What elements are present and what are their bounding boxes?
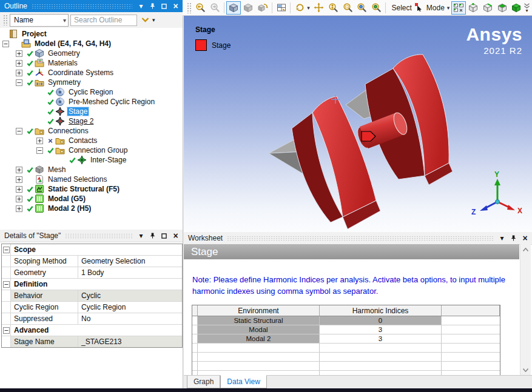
harmonic-index-cell[interactable]: 3: [320, 334, 442, 343]
expand-search-chevron-icon[interactable]: [141, 17, 150, 23]
tree-item-geometry[interactable]: Geometry: [0, 48, 183, 58]
worksheet-title-bar[interactable]: Worksheet ▾ ×: [184, 232, 532, 245]
orientation-triad[interactable]: Y X Z: [471, 170, 522, 216]
property-value[interactable]: No: [78, 313, 182, 324]
property-value[interactable]: Cyclic: [78, 290, 182, 301]
pan-button[interactable]: [312, 1, 326, 15]
tab-data-view[interactable]: Data View: [220, 375, 266, 388]
tree-item-mesh[interactable]: Mesh: [0, 165, 183, 174]
zoom-button[interactable]: [326, 1, 340, 15]
split-viewport-button[interactable]: [274, 1, 289, 15]
tree-item-stage[interactable]: Stage: [0, 107, 183, 116]
rotate-options-caret-icon[interactable]: ▾: [307, 5, 312, 11]
tab-graph[interactable]: Graph: [187, 376, 220, 388]
collapse-icon[interactable]: [2, 41, 9, 47]
expand-icon[interactable]: [36, 138, 43, 144]
close-icon[interactable]: ×: [520, 234, 530, 242]
brand-version: 2021 R2: [466, 45, 522, 56]
box-zoom-button[interactable]: [340, 1, 355, 15]
zoom-to-fit-button[interactable]: [355, 1, 369, 15]
selection-filter-multi-button[interactable]: [451, 1, 466, 15]
tree-item-cyclic-region[interactable]: Cyclic Region: [0, 87, 183, 97]
zoom-to-selection-button[interactable]: [369, 1, 384, 15]
vertex-filter-button[interactable]: [466, 1, 480, 15]
tree-item-connection-group[interactable]: Connection Group: [0, 145, 183, 155]
body-filter-button[interactable]: [509, 1, 524, 15]
iso-view-button[interactable]: [226, 1, 241, 15]
collapse-icon[interactable]: [2, 279, 11, 290]
harmonic-index-cell[interactable]: 0: [320, 316, 442, 325]
details-title-bar[interactable]: Details of "Stage" ▾ ×: [0, 230, 183, 242]
search-options-caret-icon[interactable]: ▾: [152, 17, 155, 23]
tree-item-stage-2[interactable]: Stage 2: [0, 116, 183, 126]
tree-item-symmetry[interactable]: Symmetry: [0, 78, 183, 87]
pin-icon[interactable]: [509, 234, 518, 242]
property-value[interactable]: Cyclic Region: [78, 302, 182, 313]
expand-icon[interactable]: [16, 60, 22, 67]
property-value[interactable]: Geometry Selection: [78, 256, 182, 267]
expand-icon[interactable]: [16, 205, 22, 212]
face-filter-button[interactable]: [495, 1, 510, 15]
property-value[interactable]: 1 Body: [78, 267, 182, 278]
scroll-up-icon[interactable]: [520, 244, 531, 254]
tree-item-inter-stage[interactable]: Inter-Stage: [0, 155, 183, 165]
tree-item-materials[interactable]: Materials: [0, 58, 183, 68]
worksheet-panel: Worksheet ▾ × Stage Note: Please define …: [184, 232, 532, 388]
collapse-icon[interactable]: [2, 325, 11, 336]
graphics-viewport[interactable]: Y X Z Stage Stage Ansys 2021 R2: [184, 16, 532, 232]
mode-caret-icon[interactable]: ▾: [447, 5, 452, 11]
harmonic-index-cell[interactable]: [320, 344, 442, 352]
property-label: Scoping Method: [11, 256, 78, 267]
pin-icon[interactable]: [148, 231, 157, 240]
harmonic-index-cell[interactable]: [320, 353, 442, 361]
tree-item-coordinate-systems[interactable]: Coordinate Systems: [0, 68, 183, 78]
property-value[interactable]: _STAGE213: [78, 336, 182, 347]
tree-item-pre-meshed-cyclic-region[interactable]: Pre-Meshed Cyclic Region: [0, 97, 183, 107]
tree-item-model-e4-f4-g4-h4[interactable]: Model (E4, F4, G4, H4): [0, 39, 183, 48]
zoom-back-button[interactable]: [194, 1, 208, 15]
zoom-forward-button[interactable]: [208, 1, 223, 15]
maximize-icon[interactable]: [160, 231, 169, 240]
collapse-icon[interactable]: [16, 128, 22, 135]
scroll-down-icon[interactable]: [520, 365, 531, 375]
collapse-icon[interactable]: [16, 79, 22, 86]
collapse-icon[interactable]: [2, 244, 11, 255]
expand-icon[interactable]: [16, 50, 22, 57]
edge-filter-button[interactable]: [480, 1, 495, 15]
tree-item-label: Materials: [47, 59, 79, 67]
tree-item-label: Symmetry: [47, 78, 82, 87]
close-icon[interactable]: ×: [171, 231, 180, 240]
expand-icon[interactable]: [16, 186, 22, 193]
name-filter-dropdown[interactable]: Name ▾: [10, 14, 69, 27]
geometry-icon: [35, 48, 44, 58]
tree-item-modal-g5[interactable]: Modal (G5): [0, 194, 183, 204]
worksheet-scrollbar[interactable]: [520, 244, 531, 375]
expand-icon[interactable]: [16, 70, 22, 76]
maximize-icon[interactable]: [160, 2, 169, 10]
rotate-cube-view-button[interactable]: [255, 1, 270, 15]
rotate-button[interactable]: [292, 1, 307, 15]
harmonic-index-cell[interactable]: 3: [320, 325, 442, 334]
harmonic-index-cell[interactable]: [320, 362, 442, 370]
panel-menu-icon[interactable]: ▾: [136, 231, 146, 240]
expand-icon[interactable]: [16, 167, 22, 173]
tree-item-named-selections[interactable]: Named Selections: [0, 174, 183, 184]
close-icon[interactable]: ×: [171, 2, 180, 10]
tree-item-project[interactable]: Project: [0, 29, 183, 39]
tree-item-static-structural-f5[interactable]: Static Structural (F5): [0, 184, 183, 194]
shaded-cube-view-button[interactable]: [241, 1, 255, 15]
tree-item-connections[interactable]: Connections: [0, 126, 183, 136]
expand-icon[interactable]: [16, 176, 22, 183]
collapse-icon[interactable]: [36, 147, 43, 154]
toolbar-overflow-button[interactable]: ▾: [524, 1, 530, 15]
pin-icon[interactable]: [148, 2, 157, 10]
outline-title-bar[interactable]: Outline ▾ ×: [0, 0, 183, 12]
tree-item-contacts[interactable]: Contacts: [0, 136, 183, 145]
panel-menu-icon[interactable]: ▾: [136, 2, 146, 10]
search-outline-input[interactable]: [70, 15, 137, 26]
toolbar-drag-handle[interactable]: [3, 15, 7, 25]
expand-icon[interactable]: [16, 196, 22, 202]
panel-menu-icon[interactable]: ▾: [497, 234, 507, 242]
toolbar-drag-handle[interactable]: [187, 2, 191, 13]
tree-item-modal-2-h5[interactable]: Modal 2 (H5): [0, 204, 183, 213]
